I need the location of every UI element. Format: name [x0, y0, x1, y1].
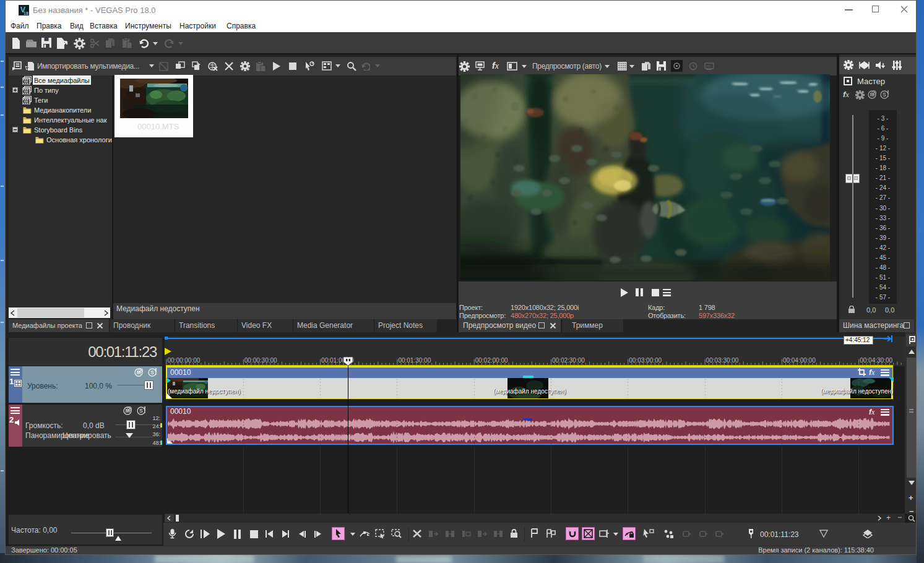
svg-text:S: S [150, 369, 154, 376]
svg-text:00:03:00:00: 00:03:00:00 [629, 357, 662, 364]
svg-text:00:02:00:00: 00:02:00:00 [475, 357, 508, 364]
svg-text:00:04:30:00: 00:04:30:00 [860, 357, 892, 364]
svg-text:S: S [883, 92, 886, 98]
svg-text:18: 18 [24, 11, 28, 15]
svg-text:00:04:00:00: 00:04:00:00 [783, 357, 816, 364]
svg-text:00:03:30:00: 00:03:30:00 [706, 357, 739, 364]
svg-text:00:01:30:00: 00:01:30:00 [398, 357, 431, 364]
svg-text:00:00:30:00: 00:00:30:00 [244, 357, 277, 364]
svg-text:00:02:30:00: 00:02:30:00 [552, 357, 585, 364]
svg-text:HD: HD [706, 64, 711, 68]
svg-text:00:00:00:00: 00:00:00:00 [168, 357, 201, 364]
svg-text:S: S [139, 408, 143, 414]
